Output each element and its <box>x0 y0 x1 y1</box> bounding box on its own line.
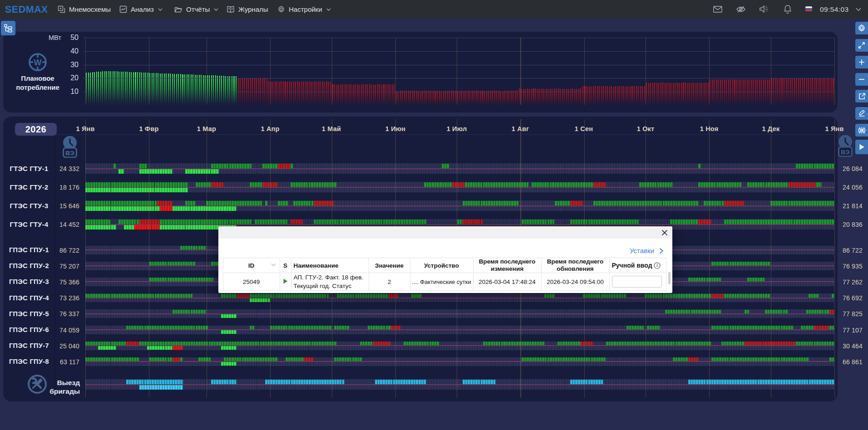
svg-text:ВЭ: ВЭ <box>65 150 74 156</box>
svg-text:W: W <box>34 58 42 67</box>
svg-text:ВЭ: ВЭ <box>841 149 850 156</box>
